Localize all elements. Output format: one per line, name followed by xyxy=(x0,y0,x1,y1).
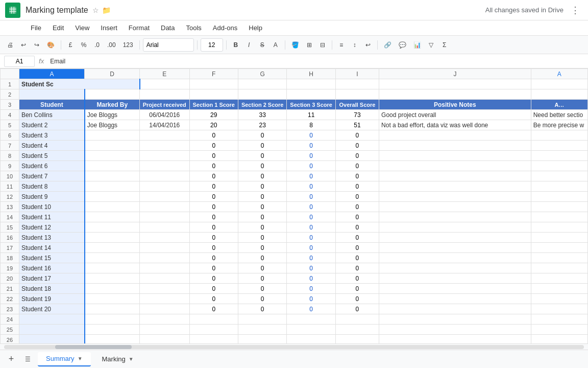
cell-student[interactable]: Student 11 xyxy=(19,212,84,222)
cell-sec1[interactable]: 0 xyxy=(189,130,238,141)
cell-student[interactable]: Student 13 xyxy=(19,233,84,243)
cell-extra[interactable] xyxy=(531,294,587,304)
cell-sec3[interactable]: 0 xyxy=(287,263,335,273)
cell-project[interactable] xyxy=(140,263,190,273)
cell-marked-by[interactable] xyxy=(85,253,140,263)
currency-button[interactable]: £ xyxy=(64,38,77,52)
font-size-input[interactable] xyxy=(201,38,223,52)
menu-view[interactable]: View xyxy=(70,22,94,34)
cell-sec2[interactable]: 0 xyxy=(238,192,286,202)
cell-sec2[interactable]: 0 xyxy=(238,284,286,294)
menu-tools[interactable]: Tools xyxy=(181,22,206,34)
cell-sec2[interactable]: 0 xyxy=(238,161,286,171)
cell-extra[interactable] xyxy=(531,141,587,151)
redo-button[interactable]: ↪ xyxy=(31,38,43,52)
header-sec2[interactable]: Section 2 Score xyxy=(238,100,286,110)
print-button[interactable]: 🖨 xyxy=(4,38,16,52)
tab-marking[interactable]: Marking ▼ xyxy=(94,352,142,366)
header-sec3[interactable]: Section 3 Score xyxy=(287,100,335,110)
cell-notes[interactable] xyxy=(379,284,531,294)
row-num-25[interactable]: 25 xyxy=(1,325,19,335)
cell-sec1[interactable]: 0 xyxy=(189,263,238,273)
tab-summary-arrow[interactable]: ▼ xyxy=(78,356,83,361)
cell-notes[interactable] xyxy=(379,243,531,253)
cell-marked-by[interactable] xyxy=(85,284,140,294)
cell-overall[interactable]: 0 xyxy=(335,273,379,284)
cell-project[interactable] xyxy=(140,151,190,161)
cell-sec3[interactable]: 11 xyxy=(287,110,335,120)
cell-extra[interactable] xyxy=(531,202,587,212)
merge-button[interactable]: ⊟ xyxy=(316,38,329,52)
cell-sec3[interactable]: 0 xyxy=(287,253,335,263)
cell-student[interactable]: Student 10 xyxy=(19,202,84,212)
font-selector[interactable] xyxy=(143,38,194,52)
col-header-D[interactable]: D xyxy=(85,69,140,79)
row-num-19[interactable]: 19 xyxy=(1,263,19,273)
cell-sec3[interactable]: 0 xyxy=(287,161,335,171)
cell-overall[interactable]: 0 xyxy=(335,202,379,212)
insert-comment-button[interactable]: 💬 xyxy=(396,38,409,52)
cell-marked-by[interactable] xyxy=(85,202,140,212)
cell-overall[interactable]: 0 xyxy=(335,151,379,161)
cell-extra[interactable] xyxy=(531,130,587,141)
cell-sec3[interactable] xyxy=(287,325,335,335)
cell-overall[interactable]: 0 xyxy=(335,233,379,243)
cell-notes[interactable] xyxy=(379,294,531,304)
col-header-G[interactable]: G xyxy=(238,69,286,79)
cell-sec2[interactable] xyxy=(238,325,286,335)
cell-notes[interactable] xyxy=(379,151,531,161)
cell-sec3[interactable]: 0 xyxy=(287,151,335,161)
cell-J1[interactable] xyxy=(379,79,531,89)
cell-overall[interactable]: 73 xyxy=(335,110,379,120)
cell-overall[interactable]: 0 xyxy=(335,130,379,141)
cell-extra-1[interactable] xyxy=(531,79,587,89)
cell-extra-2[interactable] xyxy=(531,89,587,100)
cell-sec2[interactable]: 0 xyxy=(238,171,286,181)
title-cell[interactable]: Student Sc xyxy=(19,79,139,89)
bold-button[interactable]: B xyxy=(230,38,242,52)
insert-link-button[interactable]: 🔗 xyxy=(381,38,395,52)
cell-marked-by[interactable] xyxy=(85,141,140,151)
cell-sec1[interactable]: 0 xyxy=(189,141,238,151)
cell-project[interactable] xyxy=(140,284,190,294)
cell-marked-by[interactable]: Joe Bloggs xyxy=(85,120,140,130)
cell-marked-by[interactable] xyxy=(85,161,140,171)
cell-sec1[interactable]: 29 xyxy=(189,110,238,120)
align-button[interactable]: ↕ xyxy=(349,38,361,52)
cell-student[interactable]: Student 19 xyxy=(19,294,84,304)
cell-E1[interactable] xyxy=(140,79,190,89)
header-extra[interactable]: A… xyxy=(531,100,587,110)
cell-F1[interactable] xyxy=(189,79,238,89)
col-header-F[interactable]: F xyxy=(189,69,238,79)
cell-project[interactable] xyxy=(140,273,190,284)
cell-student[interactable]: Student 14 xyxy=(19,243,84,253)
cell-overall[interactable]: 0 xyxy=(335,171,379,181)
cell-sec1[interactable] xyxy=(189,335,238,344)
cell-overall[interactable] xyxy=(335,325,379,335)
row-num-20[interactable]: 20 xyxy=(1,273,19,284)
row-num-10[interactable]: 10 xyxy=(1,171,19,181)
cell-sec2[interactable]: 0 xyxy=(238,222,286,233)
cell-marked-by[interactable] xyxy=(85,273,140,284)
cell-student[interactable]: Student 4 xyxy=(19,141,84,151)
cell-student[interactable]: Student 5 xyxy=(19,151,84,161)
undo-button[interactable]: ↩ xyxy=(17,38,30,52)
cell-sec3[interactable] xyxy=(287,314,335,325)
row-num-1[interactable]: 1 xyxy=(1,79,19,89)
cell-project[interactable] xyxy=(140,212,190,222)
cell-sec1[interactable]: 0 xyxy=(189,181,238,192)
cell-overall[interactable]: 0 xyxy=(335,294,379,304)
cell-sec3[interactable]: 0 xyxy=(287,192,335,202)
cell-project[interactable] xyxy=(140,294,190,304)
cell-extra[interactable] xyxy=(531,171,587,181)
menu-help[interactable]: Help xyxy=(243,22,267,34)
folder-icon[interactable]: 📁 xyxy=(102,6,111,14)
cell-notes[interactable] xyxy=(379,273,531,284)
cell-E2[interactable] xyxy=(140,89,190,100)
cell-notes[interactable] xyxy=(379,212,531,222)
cell-sec3[interactable] xyxy=(287,335,335,344)
cell-sec2[interactable]: 0 xyxy=(238,253,286,263)
cell-sec3[interactable]: 8 xyxy=(287,120,335,130)
cell-student[interactable] xyxy=(19,335,84,344)
cell-sec1[interactable]: 0 xyxy=(189,202,238,212)
